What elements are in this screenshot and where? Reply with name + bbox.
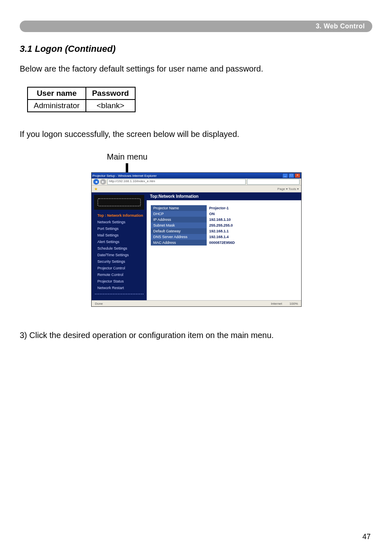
info-val: 192.168.1.10 bbox=[207, 217, 279, 222]
info-val: ON bbox=[207, 211, 279, 217]
chapter-label: 3. Web Control bbox=[316, 21, 365, 32]
browser-titlebar: Projector Setup - Windows Internet Explo… bbox=[92, 173, 301, 178]
sidebar-divider bbox=[95, 294, 143, 294]
paragraph-2: If you logon successfully, the screen be… bbox=[20, 129, 372, 140]
search-input[interactable] bbox=[247, 179, 300, 185]
sidebar-item-network-settings[interactable]: Network Settings bbox=[92, 219, 147, 225]
paragraph-3: 3) Click the desired operation or config… bbox=[20, 330, 372, 341]
sidebar: Top : Network Information Network Settin… bbox=[92, 192, 147, 300]
info-val: Projector-1 bbox=[207, 205, 279, 211]
defaults-table: User name Password Administrator <blank> bbox=[27, 87, 136, 112]
info-key: Subnet Mask bbox=[151, 222, 207, 228]
sidebar-item-alert-settings[interactable]: Alert Settings bbox=[92, 239, 147, 245]
status-done: Done bbox=[95, 302, 103, 306]
sidebar-item-remote-control[interactable]: Remote Control bbox=[92, 271, 147, 278]
sidebar-item-network-restart[interactable]: Network Restart bbox=[92, 285, 147, 291]
info-val: 0000872E956D bbox=[207, 240, 279, 246]
screenshot-figure: Main menu Projector Setup - Windows Inte… bbox=[91, 152, 301, 307]
window-title: Projector Setup - Windows Internet Explo… bbox=[92, 174, 282, 178]
sidebar-item-projector-status[interactable]: Projector Status bbox=[92, 278, 147, 285]
window-close-icon[interactable]: × bbox=[295, 173, 300, 178]
defaults-header-user: User name bbox=[28, 87, 86, 100]
browser-toolbar: ★ Page ▾ Tools ▾ bbox=[92, 185, 301, 192]
sidebar-item-security-settings[interactable]: Security Settings bbox=[92, 258, 147, 265]
info-key: DNS Server Address bbox=[151, 234, 207, 240]
window-maximize-icon[interactable]: □ bbox=[288, 173, 294, 178]
info-key: DHCP bbox=[151, 211, 207, 217]
info-key: Default Gateway bbox=[151, 228, 207, 234]
nav-forward-icon[interactable]: ► bbox=[100, 179, 106, 185]
window-minimize-icon[interactable]: _ bbox=[282, 173, 288, 178]
browser-address-bar: ◄ ► http://192.168.1.10/index_e.htm bbox=[92, 178, 301, 185]
defaults-pass-value: <blank> bbox=[86, 100, 135, 112]
content-title: Top:Network Information bbox=[147, 192, 301, 200]
toolbar-right[interactable]: Page ▾ Tools ▾ bbox=[277, 187, 299, 191]
section-title: 3.1 Logon (Continued) bbox=[20, 44, 372, 54]
status-zoom: 100% bbox=[290, 302, 298, 306]
info-key: IP Address bbox=[151, 217, 207, 222]
content-pane: Top:Network Information Projector NamePr… bbox=[147, 192, 301, 300]
info-key: Projector Name bbox=[151, 205, 207, 211]
paragraph-1: Below are the factory default settings f… bbox=[20, 63, 372, 74]
sidebar-item-schedule-settings[interactable]: Schedule Settings bbox=[92, 245, 147, 252]
browser-status-bar: Done Internet 100% bbox=[92, 300, 301, 306]
network-info-table: Projector NameProjector-1 DHCPON IP Addr… bbox=[151, 205, 279, 246]
sidebar-item-datetime-settings[interactable]: Date/Time Settings bbox=[92, 252, 147, 258]
info-key: MAC Address bbox=[151, 240, 207, 246]
defaults-user-value: Administrator bbox=[28, 100, 86, 112]
sidebar-item-mail-settings[interactable]: Mail Settings bbox=[92, 232, 147, 239]
sidebar-item-top[interactable]: Top : Network Information bbox=[92, 212, 147, 219]
page-number: 47 bbox=[362, 533, 371, 541]
status-zone: Internet bbox=[271, 302, 282, 306]
screenshot-caption: Main menu bbox=[107, 152, 301, 162]
chapter-band: 3. Web Control bbox=[20, 21, 372, 32]
info-val: 255.255.255.0 bbox=[207, 222, 279, 228]
browser-window: Projector Setup - Windows Internet Explo… bbox=[91, 172, 302, 307]
caption-marker bbox=[126, 163, 128, 172]
info-val: 192.168.1.1 bbox=[207, 228, 279, 234]
sidebar-item-projector-control[interactable]: Projector Control bbox=[92, 265, 147, 271]
nav-back-icon[interactable]: ◄ bbox=[93, 179, 99, 185]
favorites-icon[interactable]: ★ bbox=[94, 187, 98, 191]
projector-logo bbox=[94, 195, 144, 210]
defaults-header-pass: Password bbox=[86, 87, 135, 100]
address-input[interactable]: http://192.168.1.10/index_e.htm bbox=[107, 179, 246, 185]
sidebar-item-port-settings[interactable]: Port Settings bbox=[92, 225, 147, 232]
info-val: 192.168.1.4 bbox=[207, 234, 279, 240]
